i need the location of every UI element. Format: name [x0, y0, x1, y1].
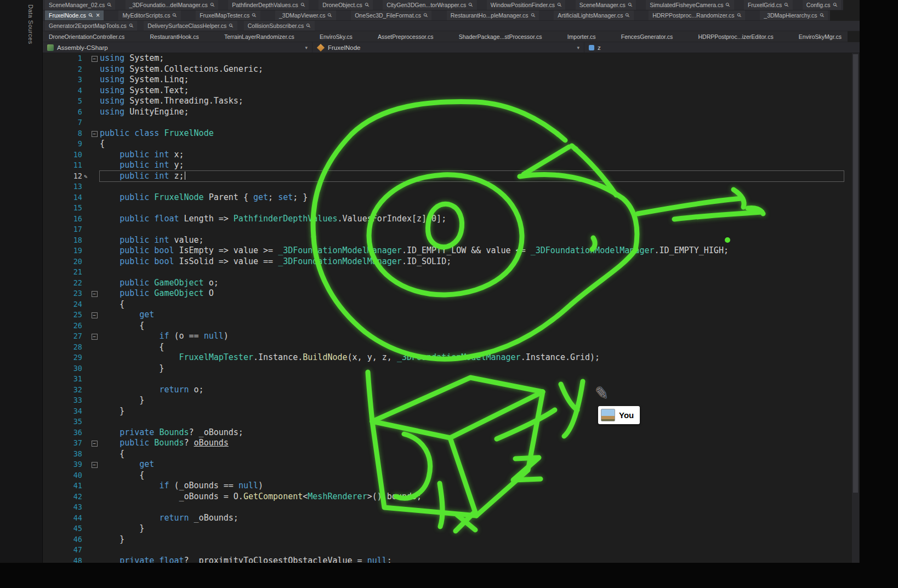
tab-terrainlayerrandomizer-cs[interactable]: TerrainLayerRandomizer.cs — [220, 31, 298, 42]
code-line-11[interactable]: 11 public int y; — [43, 160, 852, 171]
pin-icon[interactable]: ⚲ — [736, 12, 742, 19]
pin-icon[interactable]: ⚲ — [627, 2, 633, 8]
code-line-41[interactable]: 41 if (_oBounds == null) — [43, 481, 852, 492]
pin-icon[interactable]: ⚲ — [530, 12, 536, 19]
code-line-5[interactable]: 5using System.Threading.Tasks; — [43, 96, 852, 107]
close-icon[interactable]: × — [96, 12, 100, 19]
fold-collapse-icon[interactable]: − — [89, 128, 100, 139]
tab-enviroskymgr-cs[interactable]: EnviroSkyMgr.cs — [795, 31, 845, 42]
tab--3dfoundatio-delmanager-cs[interactable]: _3DFoundatio...delManager.cs⚲ — [126, 0, 218, 10]
pin-icon[interactable]: ⚲ — [128, 22, 134, 29]
member-dropdown[interactable]: z — [584, 42, 860, 53]
code-line-7[interactable]: 7 — [43, 117, 852, 128]
code-line-1[interactable]: 1−using System; — [43, 53, 852, 64]
code-line-3[interactable]: 3using System.Linq; — [43, 75, 852, 85]
pin-icon[interactable]: ⚲ — [468, 2, 474, 8]
code-line-4[interactable]: 4using System.Text; — [43, 85, 852, 96]
code-line-6[interactable]: 6using UnityEngine; — [43, 107, 852, 118]
code-line-35[interactable]: 35 — [43, 416, 852, 427]
vertical-scrollbar[interactable] — [852, 53, 859, 563]
tab-onesec3d-fileformat-cs[interactable]: OneSec3D_FileFormat.cs⚲ — [351, 10, 431, 20]
tab-assetpreprocessor-cs[interactable]: AssetPreprocessor.cs — [374, 31, 437, 42]
fold-collapse-icon[interactable]: − — [89, 288, 100, 299]
code-line-33[interactable]: 33 } — [43, 395, 852, 406]
pin-icon[interactable]: ⚲ — [783, 2, 790, 8]
code-line-30[interactable]: 30 } — [43, 363, 852, 374]
pin-icon[interactable]: ⚲ — [228, 22, 235, 29]
code-line-39[interactable]: 39− get — [43, 459, 852, 470]
data-sources-vertical-tab[interactable]: Data Sources — [27, 4, 34, 44]
code-line-26[interactable]: 26 { — [43, 321, 852, 332]
tab-envirosky-cs[interactable]: EnviroSky.cs — [316, 31, 356, 42]
pin-icon[interactable]: ⚲ — [624, 12, 631, 19]
code-line-13[interactable]: 13 — [43, 181, 852, 192]
code-line-31[interactable]: 31 — [43, 374, 852, 385]
tab-simulatedfisheyecamera-cs[interactable]: SimulatedFisheyeCamera.cs⚲ — [646, 0, 734, 10]
tab-collisionsubscriber-cs[interactable]: CollisionSubscriber.cs⚲ — [244, 21, 315, 31]
pin-icon[interactable]: ⚲ — [363, 2, 370, 8]
code-line-17[interactable]: 17 — [43, 224, 852, 235]
code-line-43[interactable]: 43 — [43, 502, 852, 513]
code-line-8[interactable]: 8−public class FruxelNode — [43, 128, 852, 139]
fold-collapse-icon[interactable]: − — [89, 331, 100, 342]
tab-hdrppostproc-randomizer-cs[interactable]: HDRPPostproc...Randomizer.cs⚲ — [649, 10, 745, 20]
pin-icon[interactable]: ⚲ — [87, 12, 94, 19]
code-line-45[interactable]: 45 } — [43, 523, 852, 534]
tab-shaderpackage-stprocessor-cs[interactable]: ShaderPackage...stProcessor.cs — [455, 31, 546, 42]
pin-icon[interactable]: ⚲ — [819, 12, 825, 19]
code-line-27[interactable]: 27− if (o == null) — [43, 331, 852, 342]
code-line-32[interactable]: 32 return o; — [43, 385, 852, 396]
code-line-10[interactable]: 10 public int x; — [43, 150, 852, 161]
tab-citygen3dgen-torwrapper-cs[interactable]: CityGen3DGen...torWrapper.cs⚲ — [383, 0, 476, 10]
tab-config-cs[interactable]: Config.cs⚲ — [803, 0, 841, 10]
tab-restauranthook-cs[interactable]: RestaurantHook.cs — [146, 31, 203, 42]
code-line-22[interactable]: 22 public GameObject o; — [43, 278, 852, 289]
code-line-38[interactable]: 38 { — [43, 449, 852, 460]
code-line-14[interactable]: 14 public FruxelNode Parent { get; set; … — [43, 192, 852, 203]
pin-icon[interactable]: ⚲ — [305, 22, 312, 29]
tab-hdrppostproc-izereditor-cs[interactable]: HDRPPostproc...izerEditor.cs — [695, 31, 777, 42]
code-line-47[interactable]: 47 — [43, 545, 852, 556]
fold-collapse-icon[interactable]: − — [89, 310, 100, 321]
code-line-44[interactable]: 44 return _oBounds; — [43, 513, 852, 524]
fold-collapse-icon[interactable]: − — [89, 438, 100, 449]
code-line-48[interactable]: 48 private float? _proximityToClosestObs… — [43, 556, 852, 563]
tab--3dmaphierarchy-cs[interactable]: _3DMapHierarchy.cs⚲ — [760, 10, 828, 20]
code-line-15[interactable]: 15 — [43, 203, 852, 214]
pin-icon[interactable]: ⚲ — [172, 12, 178, 19]
code-line-23[interactable]: 23− public GameObject O — [43, 288, 852, 299]
type-dropdown[interactable]: FruxelNode ▾ — [312, 42, 584, 53]
code-line-37[interactable]: 37− public Bounds? oBounds — [43, 438, 852, 449]
pin-icon[interactable]: ⚲ — [327, 12, 333, 19]
fold-collapse-icon[interactable]: − — [89, 53, 100, 64]
tab-droneorientationcontroller-cs[interactable]: DroneOrientationController.cs — [45, 31, 128, 42]
tab--3dmapviewer-cs[interactable]: _3DMapViewer.cs⚲ — [275, 10, 336, 20]
tab-scenemanager-cs[interactable]: SceneManager.cs⚲ — [576, 0, 636, 10]
tab-generator2exportmaptools-cs[interactable]: Generator2ExportMapTools.cs⚲ — [45, 21, 137, 31]
code-line-24[interactable]: 24 { — [43, 299, 852, 310]
tab-fruxelnode-cs[interactable]: FruxelNode.cs⚲× — [45, 10, 104, 20]
code-line-2[interactable]: 2using System.Collections.Generic; — [43, 64, 852, 75]
code-line-42[interactable]: 42 _oBounds = O.GetComponent<MeshRendere… — [43, 492, 852, 503]
code-line-20[interactable]: 20 public bool IsSolid => value == _3DFo… — [43, 256, 852, 267]
code-line-21[interactable]: 21 — [43, 267, 852, 278]
pin-icon[interactable]: ⚲ — [832, 2, 838, 8]
code-line-28[interactable]: 28 { — [43, 342, 852, 353]
tab-restaurantho-plemanager-cs[interactable]: RestaurantHo...pleManager.cs⚲ — [447, 10, 539, 20]
code-line-19[interactable]: 19 public bool IsEmpty => value >= _3DFo… — [43, 246, 852, 256]
code-line-40[interactable]: 40 { — [43, 470, 852, 481]
pin-icon[interactable]: ⚲ — [725, 2, 731, 8]
fold-collapse-icon[interactable]: − — [89, 459, 100, 470]
tab-fruxelmaptester-cs[interactable]: FruxelMapTester.cs⚲ — [196, 10, 260, 20]
code-line-25[interactable]: 25− get — [43, 310, 852, 321]
code-line-34[interactable]: 34 } — [43, 406, 852, 417]
tab-fencesgenerator-cs[interactable]: FencesGenerator.cs — [617, 31, 677, 42]
code-line-29[interactable]: 29 FruxelMapTester.Instance.BuildNode(x,… — [43, 352, 852, 363]
code-line-18[interactable]: 18 public int value; — [43, 235, 852, 246]
tab-artificiallightsmanager-cs[interactable]: ArtificialLightsManager.cs⚲ — [554, 10, 633, 20]
scrollbar-thumb[interactable] — [853, 54, 858, 493]
pin-icon[interactable]: ⚲ — [251, 12, 258, 19]
tab-scenemanager-02-cs[interactable]: SceneManager_02.cs⚲ — [45, 0, 115, 10]
tab-windowpositionfinder-cs[interactable]: WindowPositionFinder.cs⚲ — [487, 0, 566, 10]
code-line-36[interactable]: 36 private Bounds? _oBounds; — [43, 427, 852, 438]
